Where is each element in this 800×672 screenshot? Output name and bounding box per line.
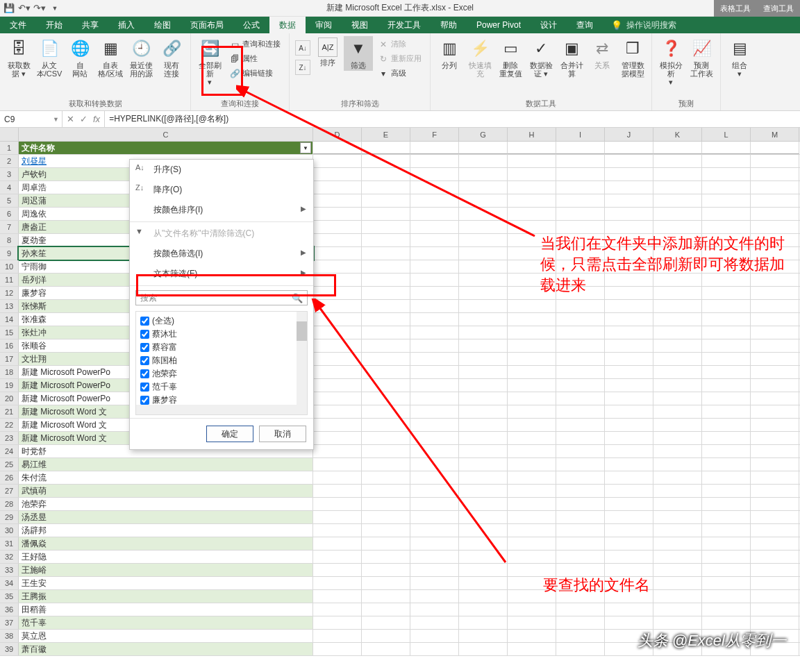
tab-layout[interactable]: 页面布局 — [181, 17, 233, 33]
cell[interactable] — [556, 313, 605, 326]
cell[interactable] — [459, 524, 508, 537]
cell[interactable] — [556, 155, 605, 167]
column-header[interactable]: H — [508, 128, 556, 141]
cell[interactable] — [459, 247, 508, 260]
sort-desc-button[interactable]: Z↓ — [295, 60, 310, 75]
cell[interactable] — [410, 274, 459, 286]
cell[interactable] — [556, 485, 605, 497]
row-header[interactable]: 14 — [0, 313, 19, 326]
cell[interactable] — [508, 155, 556, 167]
cell[interactable] — [508, 524, 556, 537]
ribbon-button[interactable]: ▭删除 重复值 — [496, 36, 525, 79]
cell[interactable] — [313, 313, 362, 326]
cell[interactable] — [605, 511, 653, 523]
checkbox[interactable] — [140, 330, 149, 339]
cell[interactable] — [508, 142, 556, 154]
column-header[interactable]: L — [702, 128, 751, 141]
cell[interactable] — [313, 366, 362, 378]
cell[interactable] — [459, 485, 508, 497]
cell[interactable] — [556, 208, 605, 220]
table-row[interactable]: 12廉梦容 — [0, 287, 800, 300]
cell[interactable] — [362, 274, 410, 286]
cell[interactable] — [313, 379, 362, 392]
cell[interactable] — [702, 194, 751, 207]
cell[interactable] — [410, 630, 459, 642]
cell[interactable] — [459, 221, 508, 233]
filter-search-input[interactable]: 搜索 🔍 — [135, 290, 308, 305]
cell[interactable] — [459, 339, 508, 352]
cell[interactable] — [556, 260, 605, 273]
cell[interactable] — [605, 353, 653, 365]
column-header[interactable]: K — [653, 128, 702, 141]
cell[interactable] — [313, 155, 362, 167]
cell[interactable] — [459, 551, 508, 563]
cell[interactable] — [702, 392, 751, 405]
cell[interactable] — [556, 353, 605, 365]
cell[interactable] — [556, 603, 605, 616]
cell[interactable] — [410, 379, 459, 392]
row-header[interactable]: 27 — [0, 485, 19, 497]
cell[interactable] — [751, 181, 799, 194]
cell[interactable] — [410, 590, 459, 603]
row-header[interactable]: 17 — [0, 353, 19, 365]
redo-icon[interactable]: ↷▾ — [33, 2, 46, 15]
row-header[interactable]: 21 — [0, 405, 19, 418]
cell[interactable] — [508, 287, 556, 299]
row-header[interactable]: 36 — [0, 603, 19, 616]
cell[interactable]: 潘佩焱 — [19, 537, 313, 550]
cell[interactable] — [313, 590, 362, 603]
tab-insert[interactable]: 插入 — [108, 17, 144, 33]
cell[interactable] — [653, 498, 702, 510]
cell[interactable] — [751, 366, 799, 378]
cell[interactable] — [459, 603, 508, 616]
cell[interactable]: 文件名称▼ — [19, 142, 313, 154]
cell[interactable] — [605, 419, 653, 431]
advanced-filter-button[interactable]: ▾高级 — [376, 67, 424, 80]
cell[interactable] — [410, 247, 459, 260]
cell[interactable] — [410, 313, 459, 326]
cell[interactable] — [508, 485, 556, 497]
cancel-button[interactable]: 取消 — [259, 426, 306, 442]
cell[interactable] — [751, 471, 799, 484]
cell[interactable] — [313, 603, 362, 616]
cell[interactable] — [313, 485, 362, 497]
cell[interactable] — [313, 537, 362, 550]
cell[interactable] — [605, 339, 653, 352]
cell[interactable] — [313, 405, 362, 418]
cell[interactable] — [313, 445, 362, 457]
table-row[interactable]: 7唐盎正 — [0, 221, 800, 234]
cell[interactable] — [751, 379, 799, 392]
cell[interactable] — [751, 616, 799, 629]
cell[interactable] — [459, 630, 508, 642]
cell[interactable] — [751, 392, 799, 405]
cell[interactable] — [508, 498, 556, 510]
scrollbar-vertical[interactable] — [297, 312, 307, 405]
table-row[interactable]: 16张顺谷 — [0, 339, 800, 353]
cell[interactable] — [556, 537, 605, 550]
cell[interactable] — [508, 181, 556, 194]
ribbon-button[interactable]: 🗄获取数 据 ▾ — [4, 36, 33, 79]
tab-draw[interactable]: 绘图 — [144, 17, 181, 33]
cell[interactable] — [459, 155, 508, 167]
cell[interactable] — [605, 300, 653, 312]
row-header[interactable]: 31 — [0, 537, 19, 550]
cell[interactable] — [313, 287, 362, 299]
cell[interactable] — [459, 564, 508, 576]
cell[interactable] — [556, 326, 605, 339]
cell[interactable]: 朱付流 — [19, 471, 313, 484]
cell[interactable] — [410, 485, 459, 497]
cell[interactable] — [556, 458, 605, 471]
cell[interactable] — [751, 353, 799, 365]
column-header[interactable]: J — [605, 128, 653, 141]
cell[interactable] — [362, 168, 410, 180]
cell[interactable]: 田稻善 — [19, 603, 313, 616]
cell[interactable] — [410, 194, 459, 207]
table-row[interactable]: 32王好隐 — [0, 551, 800, 564]
cell[interactable] — [508, 300, 556, 312]
cell[interactable] — [702, 498, 751, 510]
table-row[interactable]: 30汤辟邦 — [0, 524, 800, 537]
ribbon-button[interactable]: 📄从文 本/CSV — [35, 36, 64, 79]
cell[interactable] — [653, 590, 702, 603]
row-header[interactable]: 37 — [0, 616, 19, 629]
cell[interactable] — [653, 419, 702, 431]
